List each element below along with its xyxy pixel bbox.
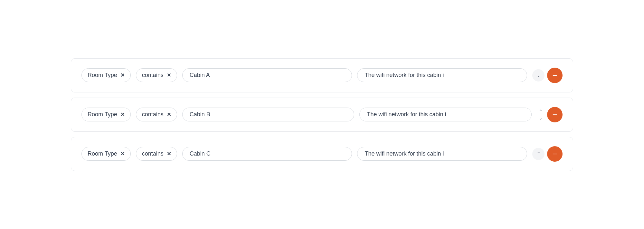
operator-close-icon[interactable]: ✕: [167, 72, 171, 78]
field-pill: Room Type✕: [81, 147, 131, 161]
operator-pill: contains✕: [136, 68, 177, 82]
chevron-up-button[interactable]: ⌃: [532, 148, 545, 160]
chevron-down-button[interactable]: ⌄: [537, 115, 545, 121]
remove-button[interactable]: −: [547, 68, 563, 83]
value-pill[interactable]: Cabin B: [182, 108, 355, 121]
field-close-icon[interactable]: ✕: [120, 72, 125, 78]
description-pill: The wifi network for this cabin i: [357, 147, 527, 161]
rows-container: Room Type✕contains✕Cabin AThe wifi netwo…: [71, 58, 573, 171]
field-close-icon[interactable]: ✕: [120, 111, 125, 118]
value-pill[interactable]: Cabin A: [182, 68, 352, 82]
field-pill: Room Type✕: [81, 108, 131, 121]
row-right: ⌃−: [532, 146, 563, 162]
operator-label: contains: [142, 72, 164, 79]
chevron-group: ⌄: [532, 69, 545, 81]
field-pill: Room Type✕: [81, 68, 131, 82]
row-card-2: Room Type✕contains✕Cabin BThe wifi netwo…: [71, 98, 573, 132]
row-card-3: Room Type✕contains✕Cabin CThe wifi netwo…: [71, 137, 573, 171]
row-right: ⌄−: [532, 68, 563, 83]
description-pill: The wifi network for this cabin i: [357, 68, 527, 82]
chevron-group: ⌃⌄: [537, 109, 545, 121]
description-pill: The wifi network for this cabin i: [359, 108, 532, 121]
value-pill[interactable]: Cabin C: [182, 147, 352, 161]
operator-pill: contains✕: [136, 108, 177, 121]
chevron-group: ⌃: [532, 148, 545, 160]
field-label: Room Type: [88, 111, 117, 118]
operator-pill: contains✕: [136, 147, 177, 161]
field-label: Room Type: [88, 150, 117, 157]
chevron-down-button[interactable]: ⌄: [532, 69, 545, 81]
chevron-up-button[interactable]: ⌃: [537, 109, 545, 114]
operator-label: contains: [142, 150, 164, 157]
operator-close-icon[interactable]: ✕: [167, 111, 171, 118]
row-right: ⌃⌄−: [537, 107, 563, 122]
field-close-icon[interactable]: ✕: [120, 151, 125, 157]
field-label: Room Type: [88, 72, 117, 79]
operator-close-icon[interactable]: ✕: [167, 151, 171, 157]
row-card-1: Room Type✕contains✕Cabin AThe wifi netwo…: [71, 58, 573, 92]
remove-button[interactable]: −: [547, 107, 563, 122]
remove-button[interactable]: −: [547, 146, 563, 162]
operator-label: contains: [142, 111, 164, 118]
